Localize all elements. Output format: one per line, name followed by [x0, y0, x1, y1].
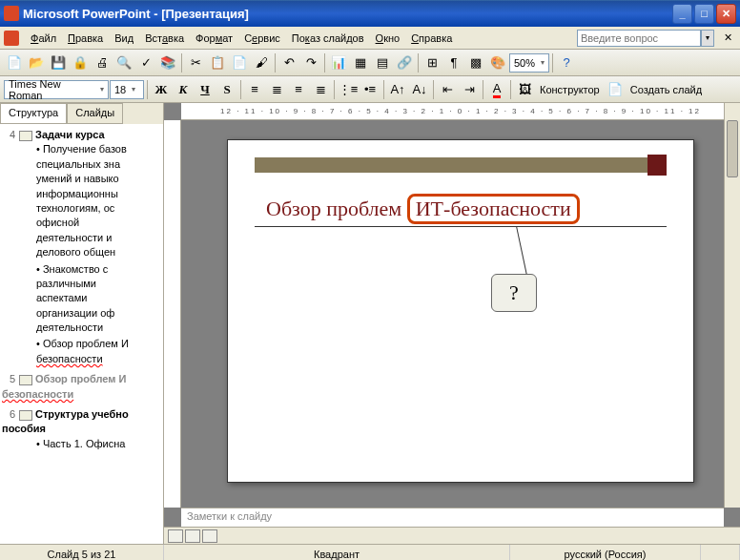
chart-icon[interactable]: 📊 [328, 52, 349, 73]
bullet-item[interactable]: • Получение базовспециальных знаумений и… [36, 142, 161, 259]
help-search-input[interactable] [577, 30, 701, 47]
shadow-button[interactable]: S [216, 79, 237, 100]
status-language[interactable]: русский (Россия) [510, 545, 701, 560]
slide-thumb-icon[interactable] [19, 410, 32, 421]
bullet-item[interactable]: • Знакомство сразличнымиаспектамиорганиз… [36, 262, 161, 336]
research-icon[interactable]: 📚 [157, 52, 178, 73]
tab-slides[interactable]: Слайды [67, 103, 123, 124]
slide-thumb-icon[interactable] [19, 375, 32, 385]
tab-structure[interactable]: Структура [0, 103, 67, 124]
help-icon[interactable]: ? [556, 52, 577, 73]
color-icon[interactable]: 🎨 [487, 52, 508, 73]
indent-less-icon[interactable]: ⇤ [437, 79, 458, 100]
zoom-combo[interactable]: 50%▾ [509, 53, 549, 73]
underline-button[interactable]: Ч [195, 79, 216, 100]
outline-content[interactable]: 4Задачи курса • Получение базовспециальн… [0, 124, 163, 544]
slide-title-text[interactable]: Обзор проблем ИТ-безопасности [266, 194, 580, 224]
slide-decor-square [648, 155, 667, 176]
bullet-item[interactable]: • Часть 1. Офисна [36, 437, 161, 451]
numbering-icon[interactable]: ⋮≡ [338, 79, 359, 100]
slide-thumb-icon[interactable] [19, 131, 32, 141]
print-icon[interactable]: 🖨 [92, 52, 113, 73]
font-color-icon[interactable]: A [486, 79, 507, 100]
new-slide-button[interactable]: Создать слайд [627, 84, 706, 95]
ruler-vertical[interactable] [164, 120, 181, 508]
status-template: Квадрант [164, 545, 510, 560]
slide-decor-band [255, 157, 667, 173]
save-icon[interactable]: 💾 [48, 52, 69, 73]
cut-icon[interactable]: ✂ [185, 52, 206, 73]
open-icon[interactable]: 📂 [26, 52, 47, 73]
paste-icon[interactable]: 📄 [229, 52, 250, 73]
slide-title[interactable]: Задачи курса [35, 129, 105, 140]
menu-edit[interactable]: Правка [62, 30, 109, 47]
callout-box[interactable]: ? [491, 274, 537, 312]
menu-window[interactable]: Окно [370, 30, 406, 47]
hyperlink-icon[interactable]: 🔗 [394, 52, 415, 73]
slide-number: 5 [2, 372, 15, 386]
maximize-button[interactable]: □ [694, 4, 714, 24]
italic-button[interactable]: К [173, 79, 194, 100]
window-title: Microsoft PowerPoint - [Презентация] [23, 7, 672, 21]
grid-icon[interactable]: ▩ [465, 52, 486, 73]
slide[interactable]: Обзор проблем ИТ-безопасности ? [227, 139, 694, 483]
view-slideshow-icon[interactable] [202, 529, 217, 543]
notes-pane[interactable]: Заметки к слайду [181, 508, 724, 527]
menu-insert[interactable]: Вставка [139, 30, 190, 47]
align-center-icon[interactable]: ≣ [266, 79, 287, 100]
preview-icon[interactable]: 🔍 [113, 52, 134, 73]
doc-icon[interactable] [4, 31, 19, 46]
permission-icon[interactable]: 🔒 [70, 52, 91, 73]
font-shrink-icon[interactable]: A↓ [409, 79, 430, 100]
font-name-combo[interactable]: Times New Roman▾ [4, 80, 109, 99]
scroll-thumb[interactable] [727, 120, 738, 177]
ruler-horizontal[interactable]: 12 · 11 · 10 · 9 · 8 · 7 · 6 · 5 · 4 · 3… [181, 103, 740, 120]
menu-file[interactable]: Файл [25, 30, 62, 47]
menu-slideshow[interactable]: Показ слайдов [286, 30, 370, 47]
close-button[interactable]: ✕ [716, 4, 736, 24]
highlight-box[interactable]: ИТ-безопасности [407, 194, 580, 224]
tables-borders-icon[interactable]: ▤ [372, 52, 393, 73]
spell-icon[interactable]: ✓ [135, 52, 156, 73]
font-grow-icon[interactable]: A↑ [387, 79, 408, 100]
table-icon[interactable]: ▦ [350, 52, 371, 73]
doc-close-button[interactable]: ✕ [720, 31, 736, 44]
app-icon [4, 6, 19, 21]
align-justify-icon[interactable]: ≣ [310, 79, 331, 100]
minimize-button[interactable]: _ [672, 4, 692, 24]
view-sorter-icon[interactable] [185, 529, 200, 543]
align-left-icon[interactable]: ≡ [244, 79, 265, 100]
bold-button[interactable]: Ж [151, 79, 172, 100]
bullet-item[interactable]: • Обзор проблем Ибезопасности [36, 337, 161, 366]
help-dropdown-arrow[interactable]: ▾ [701, 30, 714, 47]
expand-icon[interactable]: ⊞ [421, 52, 442, 73]
undo-icon[interactable]: ↶ [278, 52, 299, 73]
slide-number: 6 [2, 407, 15, 422]
new-slide-icon[interactable]: 📄 [605, 79, 626, 100]
designer-button[interactable]: Конструктор [536, 84, 604, 95]
font-size-combo[interactable]: 18▾ [110, 80, 144, 99]
menu-service[interactable]: Сервис [238, 30, 286, 47]
slide-divider [255, 226, 667, 227]
bullets-icon[interactable]: •≡ [360, 79, 380, 100]
scrollbar-vertical[interactable] [724, 103, 740, 508]
redo-icon[interactable]: ↷ [300, 52, 321, 73]
slide-number: 4 [2, 128, 15, 142]
format-painter-icon[interactable]: 🖌 [251, 52, 272, 73]
designer-icon[interactable]: 🖼 [514, 79, 535, 100]
view-normal-icon[interactable] [168, 529, 183, 543]
status-extra [701, 545, 740, 560]
menu-help[interactable]: Справка [405, 30, 458, 47]
indent-more-icon[interactable]: ⇥ [459, 79, 480, 100]
menu-view[interactable]: Вид [109, 30, 139, 47]
slide-canvas[interactable]: Обзор проблем ИТ-безопасности ? [181, 120, 740, 508]
menu-format[interactable]: Формат [190, 30, 238, 47]
status-slide-pos: Слайд 5 из 21 [0, 545, 164, 560]
new-icon[interactable]: 📄 [4, 52, 25, 73]
show-format-icon[interactable]: ¶ [443, 52, 464, 73]
align-right-icon[interactable]: ≡ [288, 79, 309, 100]
copy-icon[interactable]: 📋 [207, 52, 228, 73]
